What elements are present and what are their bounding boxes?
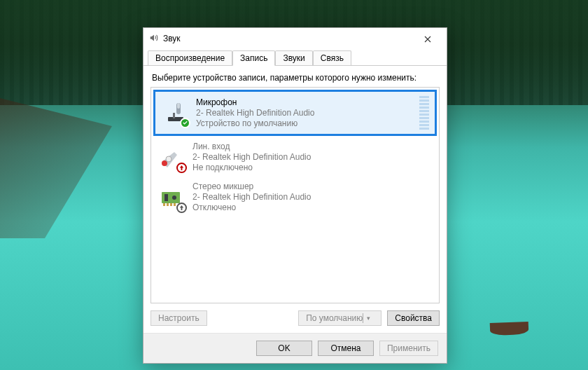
- tab-label: Звуки: [283, 53, 304, 63]
- tab-panel-recording: Выберите устройство записи, параметры ко…: [144, 66, 447, 333]
- close-button[interactable]: [413, 29, 442, 48]
- device-item-line-in[interactable]: Лин. вход 2- Realtek High Definition Aud…: [152, 137, 438, 177]
- button-label: Настроить: [158, 313, 200, 323]
- device-status: Устройство по умолчанию: [196, 118, 412, 129]
- tab-communications[interactable]: Связь: [313, 50, 351, 65]
- tab-bar: Воспроизведение Запись Звуки Связь: [144, 49, 447, 66]
- status-badge-unplugged-icon: [176, 163, 187, 173]
- titlebar: Звук: [144, 28, 447, 49]
- tab-label: Запись: [240, 53, 267, 63]
- svg-rect-8: [167, 203, 169, 206]
- desktop-background-boat: [490, 322, 529, 336]
- button-label: OK: [278, 343, 290, 353]
- cancel-button[interactable]: Отмена: [318, 341, 374, 356]
- set-default-split-button[interactable]: По умолчанию ▾: [298, 310, 382, 326]
- device-subtitle: 2- Realtek High Definition Audio: [192, 192, 434, 203]
- ok-button[interactable]: OK: [256, 341, 312, 356]
- svg-rect-7: [163, 203, 165, 206]
- apply-button[interactable]: Применить: [379, 341, 438, 356]
- device-text-group: Лин. вход 2- Realtek High Definition Aud…: [192, 142, 434, 173]
- svg-rect-3: [173, 113, 175, 118]
- status-badge-disabled-icon: [176, 203, 187, 213]
- device-name: Стерео микшер: [192, 181, 434, 192]
- device-subtitle: 2- Realtek High Definition Audio: [196, 108, 412, 118]
- sound-card-icon: [158, 184, 186, 212]
- chevron-down-icon[interactable]: ▾: [363, 313, 374, 323]
- device-subtitle: 2- Realtek High Definition Audio: [192, 152, 434, 163]
- line-in-icon: [158, 144, 186, 172]
- device-status: Не подключено: [192, 163, 434, 173]
- close-icon: [424, 33, 431, 45]
- device-name: Лин. вход: [192, 142, 434, 152]
- device-item-stereo-mix[interactable]: Стерео микшер 2- Realtek High Definition…: [152, 177, 438, 217]
- button-label: Свойства: [395, 313, 432, 323]
- level-meter: [419, 96, 429, 130]
- device-text-group: Микрофон 2- Realtek High Definition Audi…: [196, 97, 412, 129]
- svg-rect-11: [164, 194, 168, 201]
- device-item-microphone[interactable]: Микрофон 2- Realtek High Definition Audi…: [153, 90, 437, 136]
- tab-label: Связь: [321, 53, 344, 63]
- tab-label: Воспроизведение: [155, 53, 225, 63]
- tab-sounds[interactable]: Звуки: [275, 50, 312, 65]
- device-text-group: Стерео микшер 2- Realtek High Definition…: [192, 181, 434, 213]
- svg-point-5: [166, 156, 172, 162]
- button-label: Отмена: [330, 343, 360, 353]
- instruction-text: Выберите устройство записи, параметры ко…: [152, 73, 438, 83]
- tab-recording[interactable]: Запись: [232, 50, 275, 66]
- sound-dialog: Звук Воспроизведение Запись Звуки Связь …: [143, 27, 447, 364]
- status-badge-default-icon: [180, 118, 190, 128]
- configure-button[interactable]: Настроить: [150, 310, 207, 326]
- svg-rect-9: [170, 203, 172, 206]
- device-status: Отключено: [192, 203, 434, 213]
- svg-point-12: [172, 196, 176, 200]
- button-label: По умолчанию: [306, 313, 363, 323]
- tab-playback[interactable]: Воспроизведение: [148, 50, 232, 65]
- svg-rect-1: [177, 103, 180, 109]
- svg-point-4: [162, 160, 167, 166]
- button-label: Применить: [387, 343, 430, 353]
- list-action-bar: Настроить По умолчанию ▾ Свойства: [150, 310, 440, 326]
- window-title: Звук: [163, 34, 413, 43]
- properties-button[interactable]: Свойства: [387, 310, 440, 326]
- svg-rect-10: [174, 203, 176, 206]
- dialog-button-bar: OK Отмена Применить: [144, 333, 447, 363]
- speaker-icon: [149, 33, 159, 45]
- desktop-background-shore: [0, 98, 112, 238]
- device-name: Микрофон: [196, 97, 412, 108]
- device-list[interactable]: Микрофон 2- Realtek High Definition Audi…: [150, 87, 440, 303]
- microphone-icon: [161, 99, 189, 127]
- svg-rect-6: [162, 192, 180, 203]
